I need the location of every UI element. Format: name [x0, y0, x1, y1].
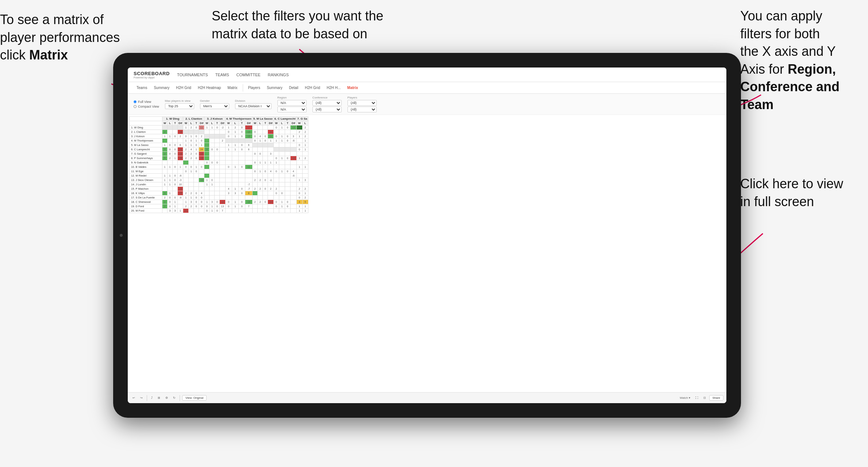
ann-rt-l1: You can apply: [740, 8, 822, 23]
region-filter: Region N/A N/A: [277, 96, 307, 112]
subnav-detail[interactable]: Detail: [286, 84, 302, 91]
sh-3-dif: Dif: [220, 121, 225, 126]
sh-1-l: L: [168, 121, 173, 126]
view-radio-group: Full View Compact View: [134, 100, 159, 108]
main-nav: TOURNAMENTS TEAMS COMMITTEE RANKINGS: [177, 71, 289, 78]
subnav-players[interactable]: Players: [245, 84, 263, 91]
refresh-button[interactable]: ↻: [171, 395, 177, 400]
ann-rt-l3: the X axis and Y: [740, 44, 836, 59]
settings-button[interactable]: ⚙: [164, 395, 170, 400]
region-label: Region: [277, 96, 307, 99]
ann-left-line1: To see a matrix of: [0, 12, 104, 27]
matrix-table: 1. W Ding 2. L Clanton 3. J Koivun 4. M …: [129, 116, 308, 213]
subnav-h2h-h[interactable]: H2H H...: [324, 84, 343, 91]
annotation-center: Select the filters you want the matrix d…: [212, 7, 394, 43]
subnav-summary2[interactable]: Summary: [264, 84, 285, 91]
region-select[interactable]: N/A: [277, 100, 307, 106]
sh-1-t: T: [173, 121, 178, 126]
col-header-4: 4. M Thorbjornsen: [225, 117, 252, 121]
subnav-teams[interactable]: Teams: [134, 84, 150, 91]
table-row: 15. P Maichon -19 4 1: [130, 187, 308, 191]
filter-bar: Full View Compact View Max players in vi…: [128, 94, 726, 115]
division-filter: Division NCAA Division I: [235, 99, 272, 109]
sh-1-dif: Dif: [178, 121, 183, 126]
ann-rt-l2: filters for both: [740, 26, 820, 41]
expand-button[interactable]: ⊡: [702, 395, 708, 400]
region-select2[interactable]: N/A: [277, 107, 307, 112]
matrix-area[interactable]: 1. W Ding 2. L Clanton 3. J Koivun 4. M …: [128, 115, 726, 385]
full-view-radio[interactable]: Full View: [134, 100, 159, 104]
nav-tournaments[interactable]: TOURNAMENTS: [177, 71, 208, 78]
share-toolbar-button[interactable]: ⤴: [149, 395, 154, 400]
annotation-right-top: You can apply filters for both the X axi…: [740, 7, 864, 114]
matrix-header-empty: [130, 117, 162, 121]
players-label: Players: [347, 96, 377, 99]
table-row: 13. J Skov Olesen 1 1 0 -3 -19 1 0: [130, 178, 308, 182]
sh-5-w: W: [252, 121, 257, 126]
sh-4-t: T: [239, 121, 245, 126]
sh-2-l: L: [189, 121, 194, 126]
table-row: 3. J Koivun 1 1 0 2 0 1 0 2 0: [130, 134, 308, 139]
bottom-toolbar: ↩ ↪ ⤴ ⊞ ⚙ ↻ View: Original Watch ▾ ⛶ ⊡ S…: [128, 392, 726, 403]
undo-button[interactable]: ↩: [131, 395, 137, 400]
view-original-button[interactable]: View: Original: [182, 395, 207, 401]
app-header: SCOREBOARD Powered by clippd TOURNAMENTS…: [128, 67, 726, 82]
table-row: 10. B Valdes 1 1 0 1 0 0 1 0 0: [130, 165, 308, 169]
ann-rb-l2: in full screen: [740, 194, 814, 209]
sh-1-w: W: [162, 121, 168, 126]
subnav-matrix[interactable]: Matrix: [224, 84, 240, 91]
logo-main-text: SCOREBOARD: [134, 71, 170, 76]
col-header-5: 5. M La Sasso: [252, 117, 273, 121]
subnav-matrix-active[interactable]: Matrix: [344, 84, 361, 91]
sub-nav: Teams Summary H2H Grid H2H Heatmap Matri…: [128, 82, 726, 94]
matrix-subheader-empty: [130, 121, 162, 126]
gender-label: Gender: [200, 99, 229, 103]
ann-rt-l5: Conference and: [740, 79, 840, 94]
table-row: 11. M Ege 0 1 0: [130, 169, 308, 174]
table-row: 7. G Sargent 2 0 0 -18 2 2 0 -15: [130, 152, 308, 156]
table-row: 1. W Ding 1 2 0 11 1 1 0 -2 1: [130, 126, 308, 130]
table-row: 14. J Lundin 1 1 0 10 1 1: [130, 182, 308, 187]
redo-button[interactable]: ↪: [138, 395, 145, 400]
watch-button[interactable]: Watch ▾: [678, 395, 692, 400]
conference-label: Conference: [312, 96, 342, 99]
toolbar-sep-1: [147, 395, 147, 401]
sh-6-t: T: [285, 121, 290, 126]
nav-committee[interactable]: COMMITTEE: [237, 71, 261, 78]
col-header-2: 2. L Clanton: [183, 117, 204, 121]
table-row: 17. S De La Fuente 2 0 0 -8 1 1 0 0: [130, 196, 308, 200]
subnav-h2h-grid[interactable]: H2H Grid: [173, 84, 194, 91]
sh-5-l: L: [258, 121, 263, 126]
annotation-left: To see a matrix of player performances c…: [0, 11, 124, 64]
nav-rankings[interactable]: RANKINGS: [268, 71, 289, 78]
division-select[interactable]: NCAA Division I: [235, 103, 272, 109]
conference-select[interactable]: (All): [312, 100, 342, 106]
gender-select[interactable]: Men's: [200, 103, 229, 109]
sh-7-w: W: [296, 121, 302, 126]
ann-center-line1: Select the filters you want the: [212, 8, 383, 23]
ann-left-line2: player performances: [0, 30, 120, 45]
players-select[interactable]: (All): [347, 100, 377, 106]
conference-select2[interactable]: (All): [312, 107, 342, 112]
subnav-h2h-grid2[interactable]: H2H Grid: [302, 84, 323, 91]
max-players-select[interactable]: Top 25: [165, 103, 194, 109]
grid-button[interactable]: ⊞: [156, 395, 162, 400]
sh-6-dif: Dif: [290, 121, 296, 126]
screen-button[interactable]: ⛶: [694, 395, 700, 400]
share-button[interactable]: Share: [709, 395, 723, 401]
subnav-h2h-heatmap[interactable]: H2H Heatmap: [195, 84, 224, 91]
max-players-label: Max players in view: [165, 99, 194, 103]
compact-view-radio[interactable]: Compact View: [134, 105, 159, 108]
players-select2[interactable]: (All): [347, 107, 377, 112]
sh-7-l: L: [302, 121, 308, 126]
nav-teams[interactable]: TEAMS: [215, 71, 229, 78]
table-row: 8. P Summerhays 5 2 1 -48 2 2 0 -16: [130, 156, 308, 161]
gender-filter: Gender Men's: [200, 99, 229, 109]
tablet-screen: SCOREBOARD Powered by clippd TOURNAMENTS…: [128, 67, 726, 403]
col-header-6: 6. C Lamprecht: [273, 117, 296, 121]
sh-4-w: W: [225, 121, 232, 126]
subnav-summary[interactable]: Summary: [151, 84, 172, 91]
table-row: 12. M Riedel 1 1 0 -6: [130, 174, 308, 178]
watch-label: Watch: [680, 396, 688, 400]
sh-6-l: L: [279, 121, 285, 126]
